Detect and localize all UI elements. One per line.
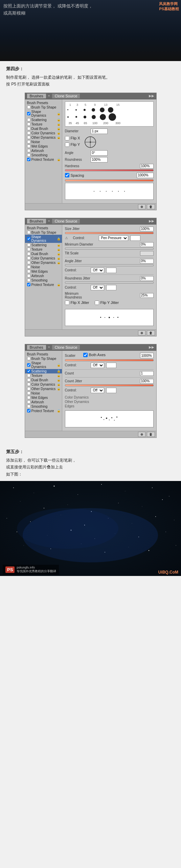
panel2-btn1[interactable]: ⊕ xyxy=(138,330,145,335)
scatter-control-input[interactable] xyxy=(106,363,116,368)
sidebar2-texture[interactable]: Texture 🔒 xyxy=(25,247,62,252)
panel1-tab-clone[interactable]: Clone Source xyxy=(52,94,80,98)
flip-y-check[interactable] xyxy=(65,142,69,147)
angle-input[interactable] xyxy=(91,150,108,156)
brush-dot-r1c5[interactable] xyxy=(100,108,105,112)
brush-dot-r2c1[interactable] xyxy=(67,116,69,118)
sidebar1-wet-edges[interactable]: Wet Edges xyxy=(25,144,62,149)
angle-jitter-input[interactable] xyxy=(140,259,154,264)
sidebar3-color-dynamics-check[interactable] xyxy=(27,383,30,386)
count-jitter-control-select[interactable]: Off xyxy=(91,388,104,393)
brush-dot-r1c2[interactable] xyxy=(75,109,77,111)
panel3-btn2[interactable]: 🗑 xyxy=(147,432,155,437)
sidebar3-wet-edges-check[interactable] xyxy=(27,396,30,399)
panel2-btn2[interactable]: 🗑 xyxy=(147,330,155,335)
sidebar3-protect-texture-check[interactable] xyxy=(27,409,30,412)
sidebar2-brush-tip-shape-check[interactable] xyxy=(27,231,30,234)
control1-select[interactable]: Pen Pressure xyxy=(99,235,128,241)
sidebar2-noise[interactable]: Noise xyxy=(25,265,62,269)
sidebar2-smoothing[interactable]: Smoothing xyxy=(25,278,62,283)
hardness-slider[interactable] xyxy=(65,169,154,171)
sidebar2-noise-check[interactable] xyxy=(27,265,30,269)
brush-dot-r2c4[interactable] xyxy=(92,115,96,119)
sidebar2-dual-brush[interactable]: Dual Brush 🔒 xyxy=(25,252,62,256)
panel2-tab-brushes[interactable]: Brushes xyxy=(27,219,46,224)
sidebar2-brush-presets[interactable]: Brush Presets xyxy=(25,226,62,230)
sidebar1-scattering-check[interactable] xyxy=(27,118,30,121)
tilt-scale-input[interactable] xyxy=(140,251,154,256)
sidebar2-protect-texture-check[interactable] xyxy=(27,283,30,286)
sidebar2-airbrush[interactable]: Airbrush xyxy=(25,274,62,278)
sidebar2-scattering-check[interactable] xyxy=(27,243,30,247)
min-diameter-input[interactable] xyxy=(140,242,154,247)
sidebar3-texture-check[interactable] xyxy=(27,374,30,377)
count-jitter-input[interactable] xyxy=(140,379,154,384)
sidebar1-noise[interactable]: Noise xyxy=(25,140,62,144)
control2-select[interactable]: Off xyxy=(91,268,104,273)
sidebar1-dual-brush-check[interactable] xyxy=(27,127,30,130)
brush-dot-r1c1[interactable] xyxy=(67,109,68,110)
sidebar2-shape-dynamics-check[interactable] xyxy=(27,237,30,240)
count-jitter-slider[interactable] xyxy=(65,384,154,386)
count-input[interactable] xyxy=(140,371,154,376)
sidebar2-color-dynamics[interactable]: Color Dynamics 🔒 xyxy=(25,256,62,261)
spacing-slider[interactable] xyxy=(65,179,154,181)
roundness-input[interactable] xyxy=(91,157,108,162)
diameter-input[interactable] xyxy=(91,129,108,134)
sidebar1-protect-texture-check[interactable] xyxy=(27,158,30,161)
brush-dot-r1c3[interactable] xyxy=(84,109,86,111)
sidebar1-scattering[interactable]: Scattering 🔒 xyxy=(25,118,62,122)
hardness-input[interactable] xyxy=(140,164,154,169)
sidebar3-dual-brush-check[interactable] xyxy=(27,378,30,382)
sidebar3-other-dynamics[interactable]: Other Dynamics 🔒 xyxy=(25,387,62,391)
sidebar1-dual-brush[interactable]: Dual Brush 🔒 xyxy=(25,127,62,131)
angle-jitter-slider[interactable] xyxy=(65,264,154,266)
count-jitter-control-input[interactable] xyxy=(106,388,116,393)
sidebar1-other-dynamics-check[interactable] xyxy=(27,136,30,139)
sidebar2-wet-edges-check[interactable] xyxy=(27,270,30,273)
brush-dot-r2c3[interactable] xyxy=(84,116,86,118)
brush-dot-r1c4[interactable] xyxy=(92,108,95,112)
sidebar1-airbrush-check[interactable] xyxy=(27,149,30,152)
sidebar1-texture-check[interactable] xyxy=(27,122,30,126)
sidebar3-texture[interactable]: Texture 🔒 xyxy=(25,373,62,378)
sidebar3-smoothing[interactable]: Smoothing xyxy=(25,404,62,409)
brush-dot-r1c6[interactable] xyxy=(108,107,113,113)
sidebar1-brush-tip-shape[interactable]: Brush Tip Shape xyxy=(25,105,62,110)
sidebar2-wet-edges[interactable]: Wet Edges xyxy=(25,269,62,274)
spacing-input[interactable] xyxy=(137,173,154,178)
sidebar2-color-dynamics-check[interactable] xyxy=(27,256,30,260)
sidebar3-noise-check[interactable] xyxy=(27,391,30,395)
sidebar2-other-dynamics-check[interactable] xyxy=(27,261,30,264)
panel3-tab-clone[interactable]: Clone Source xyxy=(52,345,80,350)
scatter-slider[interactable] xyxy=(65,359,154,361)
sidebar1-brush-presets[interactable]: Brush Presets xyxy=(25,101,62,105)
sidebar1-shape-dynamics[interactable]: Shape Dynamics 🔒 xyxy=(25,110,62,118)
control3-select[interactable]: Off xyxy=(91,285,104,290)
brush-dot-r2c5[interactable] xyxy=(100,114,106,120)
sidebar1-other-dynamics[interactable]: Other Dynamics 🔒 xyxy=(25,135,62,140)
sidebar1-texture[interactable]: Texture 🔒 xyxy=(25,122,62,127)
sidebar1-shape-dynamics-check[interactable] xyxy=(27,112,30,115)
roundness-jitter-input[interactable] xyxy=(140,276,154,281)
sidebar3-brush-tip-shape-check[interactable] xyxy=(27,357,30,360)
sidebar2-smoothing-check[interactable] xyxy=(27,278,30,282)
sidebar2-other-dynamics[interactable]: Other Dynamics 🔒 xyxy=(25,261,62,265)
flip-x-jitter-check[interactable] xyxy=(65,301,69,305)
sidebar3-airbrush[interactable]: Airbrush xyxy=(25,400,62,404)
panel1-btn1[interactable]: ⊕ xyxy=(138,204,145,209)
size-jitter-slider[interactable] xyxy=(65,232,154,234)
sidebar2-texture-check[interactable] xyxy=(27,248,30,251)
control1-input[interactable] xyxy=(130,235,140,241)
panel1-tab-brushes[interactable]: Brushes xyxy=(27,94,46,98)
sidebar1-noise-check[interactable] xyxy=(27,140,30,143)
sidebar2-airbrush-check[interactable] xyxy=(27,274,30,277)
sidebar1-brush-tip-shape-check[interactable] xyxy=(27,105,30,109)
sidebar1-color-dynamics[interactable]: Color Dynamics 🔒 xyxy=(25,131,62,135)
panel2-tab-clone[interactable]: Clone Source xyxy=(52,219,80,224)
sidebar1-smoothing-check[interactable] xyxy=(27,153,30,157)
sidebar1-smoothing[interactable]: Smoothing xyxy=(25,153,62,157)
sidebar3-scattering[interactable]: Scattering 🔒 xyxy=(25,369,62,373)
size-jitter-input[interactable] xyxy=(140,227,154,231)
sidebar2-dual-brush-check[interactable] xyxy=(27,252,30,255)
